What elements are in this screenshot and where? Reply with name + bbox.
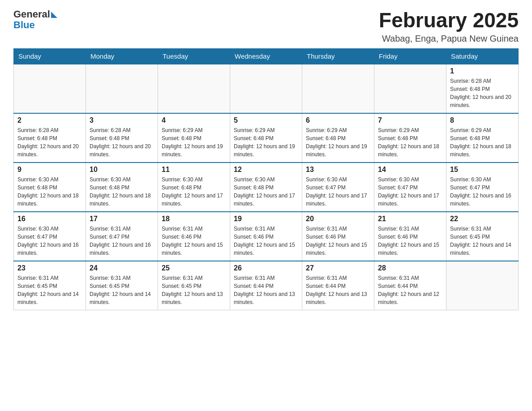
day-number: 28 — [378, 264, 442, 272]
day-number: 23 — [17, 264, 82, 272]
day-info: Sunrise: 6:30 AMSunset: 6:48 PMDaylight:… — [17, 176, 82, 208]
day-number: 8 — [450, 116, 515, 124]
logo: General Blue — [13, 9, 57, 30]
day-number: 10 — [90, 166, 154, 174]
month-title: February 2025 — [379, 9, 519, 32]
day-info: Sunrise: 6:30 AMSunset: 6:47 PMDaylight:… — [306, 176, 370, 208]
calendar-cell: 16Sunrise: 6:30 AMSunset: 6:47 PMDayligh… — [14, 212, 86, 261]
day-number: 24 — [90, 264, 154, 272]
header-thursday: Thursday — [302, 48, 374, 64]
calendar-cell: 4Sunrise: 6:29 AMSunset: 6:48 PMDaylight… — [158, 113, 230, 163]
day-number: 25 — [162, 264, 226, 272]
calendar-cell — [302, 64, 374, 113]
day-info: Sunrise: 6:28 AMSunset: 6:48 PMDaylight:… — [90, 126, 154, 158]
day-number: 5 — [234, 116, 298, 124]
calendar-cell: 28Sunrise: 6:31 AMSunset: 6:44 PMDayligh… — [374, 261, 446, 310]
page-header: General Blue February 2025 Wabag, Enga, … — [13, 9, 519, 44]
week-row-4: 16Sunrise: 6:30 AMSunset: 6:47 PMDayligh… — [14, 212, 519, 261]
calendar-cell: 17Sunrise: 6:31 AMSunset: 6:47 PMDayligh… — [86, 212, 158, 261]
day-info: Sunrise: 6:31 AMSunset: 6:45 PMDaylight:… — [90, 274, 154, 306]
calendar-cell: 9Sunrise: 6:30 AMSunset: 6:48 PMDaylight… — [14, 163, 86, 212]
calendar-cell: 19Sunrise: 6:31 AMSunset: 6:46 PMDayligh… — [230, 212, 302, 261]
day-number: 20 — [306, 215, 370, 223]
day-info: Sunrise: 6:30 AMSunset: 6:48 PMDaylight:… — [162, 176, 226, 208]
day-number: 9 — [17, 166, 82, 174]
day-info: Sunrise: 6:31 AMSunset: 6:47 PMDaylight:… — [90, 225, 154, 257]
header-monday: Monday — [86, 48, 158, 64]
day-info: Sunrise: 6:30 AMSunset: 6:48 PMDaylight:… — [234, 176, 298, 208]
calendar-cell: 2Sunrise: 6:28 AMSunset: 6:48 PMDaylight… — [14, 113, 86, 163]
calendar-cell: 10Sunrise: 6:30 AMSunset: 6:48 PMDayligh… — [86, 163, 158, 212]
calendar-cell: 8Sunrise: 6:29 AMSunset: 6:48 PMDaylight… — [446, 113, 519, 163]
logo-blue: Blue — [13, 19, 35, 30]
day-number: 13 — [306, 166, 370, 174]
day-number: 2 — [17, 116, 82, 124]
day-info: Sunrise: 6:29 AMSunset: 6:48 PMDaylight:… — [234, 126, 298, 158]
calendar-cell — [446, 261, 519, 310]
header-sunday: Sunday — [14, 48, 86, 64]
calendar-cell: 5Sunrise: 6:29 AMSunset: 6:48 PMDaylight… — [230, 113, 302, 163]
title-area: February 2025 Wabag, Enga, Papua New Gui… — [379, 9, 519, 44]
day-number: 7 — [378, 116, 442, 124]
calendar-cell: 21Sunrise: 6:31 AMSunset: 6:46 PMDayligh… — [374, 212, 446, 261]
day-number: 17 — [90, 215, 154, 223]
day-info: Sunrise: 6:29 AMSunset: 6:48 PMDaylight:… — [306, 126, 370, 158]
day-info: Sunrise: 6:30 AMSunset: 6:47 PMDaylight:… — [450, 176, 515, 208]
calendar-cell: 24Sunrise: 6:31 AMSunset: 6:45 PMDayligh… — [86, 261, 158, 310]
calendar-cell: 22Sunrise: 6:31 AMSunset: 6:45 PMDayligh… — [446, 212, 519, 261]
day-info: Sunrise: 6:30 AMSunset: 6:47 PMDaylight:… — [17, 225, 82, 257]
day-info: Sunrise: 6:29 AMSunset: 6:48 PMDaylight:… — [378, 126, 442, 158]
week-row-1: 1Sunrise: 6:28 AMSunset: 6:48 PMDaylight… — [14, 64, 519, 113]
calendar-cell — [230, 64, 302, 113]
day-info: Sunrise: 6:31 AMSunset: 6:44 PMDaylight:… — [378, 274, 442, 306]
calendar-cell: 11Sunrise: 6:30 AMSunset: 6:48 PMDayligh… — [158, 163, 230, 212]
day-info: Sunrise: 6:30 AMSunset: 6:47 PMDaylight:… — [378, 176, 442, 208]
day-info: Sunrise: 6:31 AMSunset: 6:46 PMDaylight:… — [162, 225, 226, 257]
location: Wabag, Enga, Papua New Guinea — [379, 34, 519, 44]
day-number: 4 — [162, 116, 226, 124]
day-info: Sunrise: 6:29 AMSunset: 6:48 PMDaylight:… — [162, 126, 226, 158]
day-number: 3 — [90, 116, 154, 124]
calendar-cell — [86, 64, 158, 113]
week-row-5: 23Sunrise: 6:31 AMSunset: 6:45 PMDayligh… — [14, 261, 519, 310]
day-number: 22 — [450, 215, 515, 223]
header-wednesday: Wednesday — [230, 48, 302, 64]
day-info: Sunrise: 6:31 AMSunset: 6:44 PMDaylight:… — [234, 274, 298, 306]
calendar-header-row: Sunday Monday Tuesday Wednesday Thursday… — [14, 48, 519, 64]
calendar-cell: 23Sunrise: 6:31 AMSunset: 6:45 PMDayligh… — [14, 261, 86, 310]
header-friday: Friday — [374, 48, 446, 64]
calendar-cell: 25Sunrise: 6:31 AMSunset: 6:45 PMDayligh… — [158, 261, 230, 310]
day-info: Sunrise: 6:31 AMSunset: 6:45 PMDaylight:… — [450, 225, 515, 257]
day-number: 27 — [306, 264, 370, 272]
day-info: Sunrise: 6:31 AMSunset: 6:45 PMDaylight:… — [162, 274, 226, 306]
day-info: Sunrise: 6:28 AMSunset: 6:48 PMDaylight:… — [450, 77, 515, 109]
day-info: Sunrise: 6:28 AMSunset: 6:48 PMDaylight:… — [17, 126, 82, 158]
header-saturday: Saturday — [446, 48, 519, 64]
day-number: 19 — [234, 215, 298, 223]
calendar-cell: 14Sunrise: 6:30 AMSunset: 6:47 PMDayligh… — [374, 163, 446, 212]
calendar-cell: 15Sunrise: 6:30 AMSunset: 6:47 PMDayligh… — [446, 163, 519, 212]
calendar-cell: 20Sunrise: 6:31 AMSunset: 6:46 PMDayligh… — [302, 212, 374, 261]
day-number: 11 — [162, 166, 226, 174]
day-info: Sunrise: 6:30 AMSunset: 6:48 PMDaylight:… — [90, 176, 154, 208]
logo-general: General — [13, 9, 50, 20]
header-tuesday: Tuesday — [158, 48, 230, 64]
day-number: 26 — [234, 264, 298, 272]
calendar-cell: 13Sunrise: 6:30 AMSunset: 6:47 PMDayligh… — [302, 163, 374, 212]
calendar-cell: 6Sunrise: 6:29 AMSunset: 6:48 PMDaylight… — [302, 113, 374, 163]
week-row-2: 2Sunrise: 6:28 AMSunset: 6:48 PMDaylight… — [14, 113, 519, 163]
calendar-table: Sunday Monday Tuesday Wednesday Thursday… — [13, 48, 519, 311]
calendar-cell: 26Sunrise: 6:31 AMSunset: 6:44 PMDayligh… — [230, 261, 302, 310]
day-number: 6 — [306, 116, 370, 124]
calendar-cell — [158, 64, 230, 113]
calendar-cell: 3Sunrise: 6:28 AMSunset: 6:48 PMDaylight… — [86, 113, 158, 163]
day-number: 16 — [17, 215, 82, 223]
calendar-cell: 18Sunrise: 6:31 AMSunset: 6:46 PMDayligh… — [158, 212, 230, 261]
calendar-cell — [374, 64, 446, 113]
day-info: Sunrise: 6:31 AMSunset: 6:46 PMDaylight:… — [306, 225, 370, 257]
day-info: Sunrise: 6:31 AMSunset: 6:46 PMDaylight:… — [378, 225, 442, 257]
calendar-cell: 1Sunrise: 6:28 AMSunset: 6:48 PMDaylight… — [446, 64, 519, 113]
day-number: 12 — [234, 166, 298, 174]
day-number: 1 — [450, 67, 515, 75]
day-number: 21 — [378, 215, 442, 223]
